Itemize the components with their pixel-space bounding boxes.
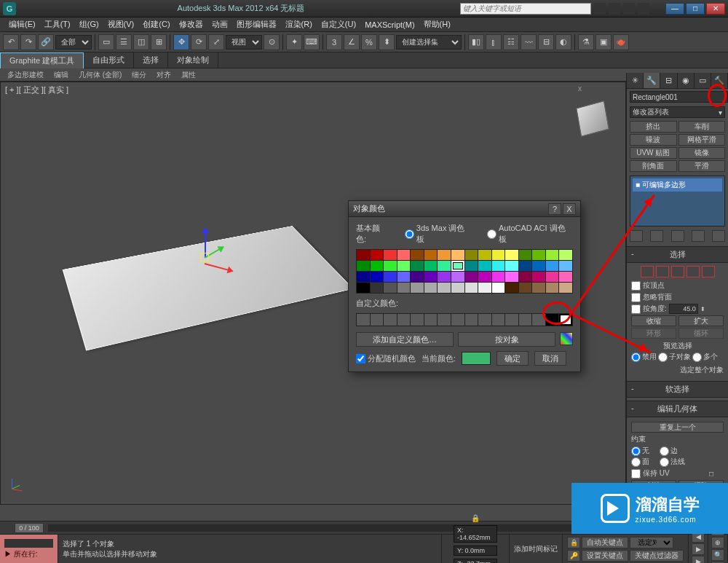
ignore-back-checkbox[interactable] [631,293,641,302]
color-swatch[interactable] [424,283,438,293]
show-end-button[interactable] [650,230,663,242]
add-time-tag[interactable]: 添加时间标记 [514,544,558,554]
modifier-stack[interactable]: ■ 可编辑多边形 [630,176,725,227]
render-setup-button[interactable]: ⚗ [578,34,594,50]
color-swatch[interactable] [438,272,451,282]
pin-stack-button[interactable] [630,230,643,242]
custom-swatch[interactable] [438,314,451,326]
modifier-list-dropdown[interactable]: 修改器列表▾ [630,106,725,118]
color-swatch[interactable] [424,250,438,260]
menu-tools[interactable]: 工具(T) [40,19,75,30]
layers-button[interactable]: ☷ [503,34,519,50]
color-swatch[interactable] [478,261,491,271]
subribbon-align[interactable]: 对齐 [154,70,174,80]
coord-z[interactable]: Z: -33.7mm [454,559,497,564]
color-swatch[interactable] [384,272,397,282]
by-vertex-checkbox[interactable] [631,281,641,291]
assign-random-checkbox[interactable]: 分配随机颜色 [356,353,416,364]
nav-zoom-button[interactable]: 🔍 [711,549,724,561]
percent-snap-button[interactable]: % [361,34,377,50]
subobj-vertex[interactable] [641,266,654,277]
custom-swatch[interactable] [371,314,384,326]
create-tab[interactable]: ✳ [627,73,644,88]
exchange-icon[interactable] [623,3,635,15]
mod-uvw[interactable]: UVW 贴图 [630,147,677,159]
color-swatch[interactable] [532,272,545,282]
radio-autocad[interactable]: AutoCAD ACI 调色板 [487,223,573,245]
custom-swatch[interactable] [357,314,370,326]
color-swatch[interactable] [357,250,370,260]
by-object-button[interactable]: 按对象 [458,332,555,347]
manip-button[interactable]: ✦ [286,34,302,50]
loop-button[interactable]: 循环 [678,328,724,339]
help-search-input[interactable] [460,3,591,15]
maximize-button[interactable]: □ [686,3,705,15]
color-swatch[interactable] [397,261,411,271]
keyboard-button[interactable]: ⌨ [304,34,320,50]
key-icon[interactable]: 🔑 [567,550,580,562]
dialog-help-button[interactable]: ? [548,203,561,215]
color-swatch[interactable] [384,283,397,293]
scene-object[interactable] [74,213,343,366]
color-swatch[interactable] [519,261,532,271]
color-swatch[interactable] [451,250,464,260]
angle-snap-button[interactable]: ∠ [344,34,360,50]
constraint-face[interactable] [631,457,641,467]
ribbon-tab-graphite[interactable]: Graphite 建模工具 [0,52,84,68]
subobj-border[interactable] [671,266,684,277]
ok-button[interactable]: 确定 [496,351,529,366]
color-swatch[interactable] [424,261,438,271]
color-swatch[interactable] [505,250,518,260]
modify-tab[interactable]: 🔧 [644,73,660,88]
color-swatch[interactable] [559,250,572,260]
minimize-button[interactable]: — [665,3,684,15]
grow-button[interactable]: 扩大 [678,315,724,326]
viewport-label[interactable]: [ + ][ 正交 ][ 真实 ] [5,84,68,95]
favorites-icon[interactable] [638,3,649,15]
color-swatch[interactable] [465,250,478,260]
color-swatch[interactable] [492,272,505,282]
move-button[interactable]: ✥ [173,34,189,50]
ribbon-tab-freeform[interactable]: 自由形式 [84,52,134,68]
color-swatch[interactable] [546,250,559,260]
repeat-button[interactable]: 重复上一个 [631,422,724,433]
color-swatch[interactable] [492,261,505,271]
shrink-button[interactable]: 收缩 [631,315,676,326]
redo-button[interactable]: ↷ [20,34,36,50]
coord-x[interactable]: X: -14.652mm [454,525,497,543]
undo-button[interactable]: ↶ [3,34,19,50]
stack-item-epoly[interactable]: ■ 可编辑多边形 [633,178,722,192]
mod-meshsmooth[interactable]: 网格平滑 [678,134,726,146]
custom-swatch[interactable] [532,314,545,326]
remove-mod-button[interactable] [692,230,705,242]
custom-swatch[interactable] [478,314,491,326]
color-swatch[interactable] [371,272,384,282]
hierarchy-tab[interactable]: ⊟ [660,73,677,88]
play-button[interactable]: ▶ [692,543,705,555]
color-swatch[interactable] [451,283,464,293]
color-swatch[interactable] [438,261,451,271]
color-swatch[interactable] [519,250,532,260]
material-editor-button[interactable]: ◐ [555,34,571,50]
mod-extrude[interactable]: 挤出 [630,121,677,133]
color-swatch[interactable] [397,250,411,260]
color-swatch[interactable] [478,283,491,293]
color-swatch[interactable] [465,261,478,271]
color-swatch[interactable] [357,272,370,282]
preview-multi-radio[interactable] [692,353,702,362]
color-swatch[interactable] [411,261,424,271]
color-swatch[interactable] [357,283,370,293]
color-swatch[interactable] [532,283,545,293]
custom-swatch-black[interactable] [546,314,559,326]
constraint-none[interactable] [631,446,641,456]
subscription-icon[interactable] [609,3,620,15]
color-swatch[interactable] [519,283,532,293]
keymode-dropdown[interactable]: 选定对象 [630,537,673,548]
color-swatch[interactable] [559,283,572,293]
current-color-swatch[interactable] [462,352,491,365]
select-region-button[interactable]: ◫ [133,34,149,50]
mod-noise[interactable]: 噪波 [630,134,677,146]
color-swatch[interactable] [371,283,384,293]
color-swatch[interactable] [505,272,518,282]
custom-swatch[interactable] [505,314,518,326]
